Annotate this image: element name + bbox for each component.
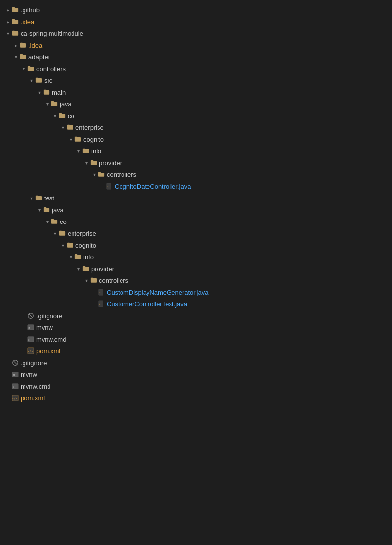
chevron-icon (67, 135, 74, 143)
tree-item-controllers[interactable]: controllers (0, 63, 392, 74)
item-label: co (68, 112, 388, 120)
item-label: cognito (83, 136, 388, 143)
chevron-icon (59, 241, 67, 249)
tree-item-provider1[interactable]: provider (0, 157, 392, 169)
chevron-icon (82, 276, 90, 284)
item-label: test (44, 195, 388, 202)
svg-text:☕: ☕ (107, 185, 109, 188)
chevron-icon (82, 159, 90, 167)
chevron-icon (27, 76, 35, 84)
chevron-icon (59, 124, 67, 131)
item-label: mvnw (21, 371, 388, 378)
chevron-icon (51, 112, 59, 120)
tree-item-github[interactable]: .github (0, 4, 392, 16)
tree-item-provider2[interactable]: provider (0, 263, 392, 274)
tree-item-mvnwcmd2[interactable]: ≡ mvnw.cmd (0, 380, 392, 392)
chevron-icon (4, 18, 12, 25)
tree-item-idea-sub[interactable]: .idea (0, 39, 392, 51)
tree-item-idea-root[interactable]: .idea (0, 16, 392, 27)
item-label: .github (21, 6, 388, 14)
item-label: info (91, 148, 388, 155)
item-label: pom.xml (21, 395, 388, 402)
item-label: ca-spring-multimodule (21, 30, 388, 37)
tree-item-mvnwcmd1[interactable]: ≡ mvnw.cmd (0, 333, 392, 345)
chevron-icon (20, 65, 27, 73)
item-label: mvnw (36, 324, 388, 331)
item-label: provider (91, 265, 388, 272)
item-label: .idea (21, 18, 388, 25)
chevron-icon (74, 265, 82, 272)
item-label: adapter (28, 53, 388, 61)
tree-item-controllers2[interactable]: controllers (0, 169, 392, 180)
svg-text:≡: ≡ (28, 339, 30, 341)
item-label: enterprise (75, 124, 388, 131)
chevron-icon (43, 100, 51, 108)
tree-item-pomxml2[interactable]: </> pom.xml (0, 392, 392, 404)
tree-item-gitignore1[interactable]: .gitignore (0, 310, 392, 322)
item-label: .idea (28, 42, 388, 49)
chevron-icon (12, 41, 20, 49)
tree-item-customerControllerTest[interactable]: ☕ CustomerControllerTest.java (0, 298, 392, 310)
chevron-icon (74, 147, 82, 155)
tree-item-customDisplayName[interactable]: ☕ CustomDisplayNameGenerator.java (0, 286, 392, 298)
tree-item-enterprise1[interactable]: enterprise (0, 122, 392, 133)
item-label: java (52, 206, 388, 214)
svg-text:≡: ≡ (13, 386, 14, 388)
item-label: .gitignore (36, 312, 388, 320)
tree-item-mvnw1[interactable]: ▤ mvnw (0, 322, 392, 333)
tree-item-cognitoDateController[interactable]: ☕ CognitoDateController.java (0, 180, 392, 192)
svg-line-15 (14, 361, 17, 365)
tree-item-mvnw2[interactable]: ▤ mvnw (0, 369, 392, 380)
tree-item-cognito1[interactable]: cognito (0, 133, 392, 145)
tree-item-java1[interactable]: java (0, 98, 392, 110)
chevron-icon (43, 218, 51, 225)
tree-item-cognito2[interactable]: cognito (0, 239, 392, 251)
tree-item-ca-spring[interactable]: ca-spring-multimodule (0, 27, 392, 39)
chevron-icon (35, 88, 43, 96)
chevron-icon (90, 171, 98, 178)
item-label: enterprise (68, 230, 388, 237)
item-label: CustomDisplayNameGenerator.java (107, 289, 388, 296)
chevron-icon (12, 53, 20, 61)
svg-text:</>: </> (12, 397, 17, 400)
chevron-icon (4, 29, 12, 37)
chevron-icon (67, 253, 74, 261)
svg-text:</>: </> (28, 350, 32, 353)
svg-text:☕: ☕ (99, 303, 101, 305)
item-label: CustomerControllerTest.java (107, 300, 388, 308)
tree-item-info1[interactable]: info (0, 145, 392, 157)
file-tree: .github .idea ca-spring-multimodule .ide… (0, 0, 392, 408)
item-label: src (44, 77, 388, 84)
item-label: co (60, 218, 388, 225)
svg-line-7 (29, 314, 33, 318)
tree-item-co1[interactable]: co (0, 110, 392, 122)
item-label: CognitoDateController.java (115, 183, 388, 190)
tree-item-info2[interactable]: info (0, 251, 392, 263)
item-label: controllers (99, 277, 388, 284)
tree-item-adapter[interactable]: adapter (0, 51, 392, 63)
item-label: controllers (107, 171, 388, 178)
item-label: mvnw.cmd (21, 383, 388, 390)
item-label: info (83, 253, 388, 261)
item-label: mvnw.cmd (36, 336, 388, 343)
tree-item-enterprise2[interactable]: enterprise (0, 227, 392, 239)
tree-item-src[interactable]: src (0, 74, 392, 86)
chevron-icon (35, 206, 43, 214)
tree-item-co2[interactable]: co (0, 216, 392, 227)
tree-item-test[interactable]: test (0, 192, 392, 204)
item-label: cognito (75, 242, 388, 249)
tree-item-controllers3[interactable]: controllers (0, 274, 392, 286)
item-label: java (60, 100, 388, 108)
svg-text:☕: ☕ (99, 291, 101, 294)
tree-item-main[interactable]: main (0, 86, 392, 98)
tree-item-pomxml1[interactable]: </> pom.xml (0, 345, 392, 357)
item-label: .gitignore (21, 359, 388, 367)
chevron-icon (27, 194, 35, 202)
item-label: provider (99, 159, 388, 167)
chevron-icon (4, 6, 12, 14)
chevron-icon (51, 229, 59, 237)
item-label: controllers (36, 65, 388, 73)
tree-item-java2[interactable]: java (0, 204, 392, 216)
tree-item-gitignore2[interactable]: .gitignore (0, 357, 392, 369)
item-label: pom.xml (36, 347, 388, 355)
